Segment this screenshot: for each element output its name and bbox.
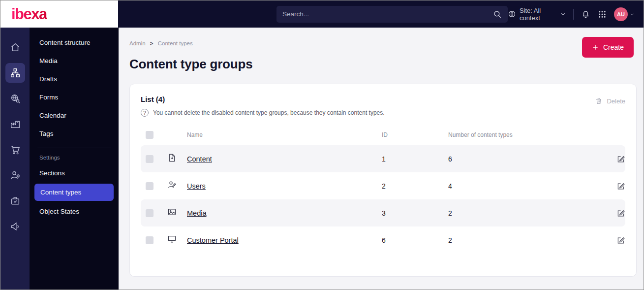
sidebar-item-content-types[interactable]: Content types bbox=[34, 184, 114, 201]
site-context-label: Site: All context bbox=[520, 7, 557, 22]
apps-grid-icon[interactable] bbox=[598, 10, 607, 19]
edit-icon[interactable] bbox=[616, 236, 625, 245]
group-count: 4 bbox=[448, 182, 616, 190]
card-header: List (4) ? You cannot delete the disable… bbox=[141, 95, 625, 117]
sidebar-item-tags[interactable]: Tags bbox=[30, 125, 119, 143]
avatar[interactable]: AU bbox=[614, 7, 628, 21]
user-menu[interactable]: AU bbox=[614, 7, 635, 21]
app-body: Content structure Media Drafts Forms Cal… bbox=[0, 28, 644, 290]
help-icon: ? bbox=[141, 109, 149, 117]
search-icon[interactable] bbox=[493, 10, 502, 19]
table-header-row: Name ID Number of content types bbox=[141, 125, 625, 145]
topbar-actions: Site: All context AU bbox=[508, 7, 635, 22]
group-id: 1 bbox=[382, 155, 448, 163]
breadcrumb-content-types: Content types bbox=[158, 40, 193, 46]
table-row: Users 2 4 bbox=[141, 172, 625, 199]
commerce-cart-icon[interactable] bbox=[5, 140, 25, 160]
primary-nav bbox=[0, 28, 30, 290]
product-catalog-icon[interactable] bbox=[5, 114, 25, 134]
main-content: Admin > Content types Create Content typ… bbox=[119, 28, 644, 290]
sidebar-item-object-states[interactable]: Object States bbox=[30, 202, 119, 221]
group-count: 6 bbox=[448, 155, 616, 163]
sidebar-item-calendar[interactable]: Calendar bbox=[30, 106, 119, 125]
image-icon bbox=[167, 207, 187, 219]
group-link[interactable]: Content bbox=[187, 155, 212, 163]
help-text: You cannot delete the disabled content t… bbox=[153, 109, 385, 116]
row-checkbox[interactable] bbox=[146, 182, 153, 190]
home-icon[interactable] bbox=[5, 37, 25, 57]
help-row: ? You cannot delete the disabled content… bbox=[141, 109, 385, 117]
sidebar-item-sections[interactable]: Sections bbox=[30, 164, 119, 182]
delete-button[interactable]: Delete bbox=[595, 97, 625, 105]
edit-icon[interactable] bbox=[616, 209, 625, 218]
sidebar-item-media[interactable]: Media bbox=[30, 52, 119, 70]
row-checkbox[interactable] bbox=[146, 155, 153, 163]
column-header-id: ID bbox=[382, 131, 448, 138]
ibexa-logo[interactable]: ibexa bbox=[11, 5, 47, 23]
plus-icon bbox=[592, 44, 599, 51]
column-header-count: Number of content types bbox=[448, 131, 616, 138]
notifications-bell-icon[interactable] bbox=[581, 9, 590, 19]
column-header-name: Name bbox=[187, 131, 382, 138]
chevron-down-icon bbox=[560, 11, 566, 17]
group-link[interactable]: Media bbox=[187, 209, 207, 217]
topbar: ibexa Site: All context bbox=[0, 0, 644, 28]
logo-area: ibexa bbox=[0, 0, 118, 28]
row-checkbox[interactable] bbox=[146, 209, 153, 217]
secondary-nav: Content structure Media Drafts Forms Cal… bbox=[30, 28, 119, 290]
site-context-dropdown[interactable]: Site: All context bbox=[508, 7, 566, 22]
edit-icon[interactable] bbox=[616, 182, 625, 191]
edit-icon[interactable] bbox=[616, 155, 625, 163]
user-edit-icon bbox=[167, 180, 187, 192]
search-globe-icon[interactable] bbox=[5, 89, 25, 108]
content-structure-icon[interactable] bbox=[5, 63, 25, 83]
table-row: Customer Portal 6 2 bbox=[141, 226, 625, 254]
breadcrumb-admin[interactable]: Admin bbox=[129, 40, 146, 46]
chevron-down-icon bbox=[630, 12, 635, 17]
group-link[interactable]: Users bbox=[187, 182, 206, 190]
list-count-title: List (4) bbox=[141, 95, 385, 103]
group-count: 2 bbox=[448, 209, 616, 217]
select-all-checkbox[interactable] bbox=[146, 131, 153, 139]
content-type-groups-card: List (4) ? You cannot delete the disable… bbox=[129, 84, 637, 277]
group-id: 6 bbox=[382, 236, 448, 244]
trash-icon bbox=[595, 97, 603, 105]
group-count: 2 bbox=[448, 236, 616, 244]
topbar-divider bbox=[573, 9, 574, 20]
menu-divider bbox=[37, 148, 111, 148]
sidebar-item-forms[interactable]: Forms bbox=[30, 88, 119, 106]
topbar-main: Site: All context AU bbox=[118, 0, 644, 28]
sidebar-item-drafts[interactable]: Drafts bbox=[30, 70, 119, 88]
personalization-icon[interactable] bbox=[5, 165, 25, 185]
app-window: ibexa Site: All context bbox=[0, 0, 644, 290]
group-id: 2 bbox=[382, 182, 448, 190]
create-button-label: Create bbox=[603, 43, 624, 51]
search-input[interactable] bbox=[282, 10, 493, 18]
content-type-groups-table: Name ID Number of content types Content … bbox=[141, 125, 625, 254]
table-row: Content 1 6 bbox=[141, 145, 625, 172]
globe-icon bbox=[508, 10, 516, 18]
row-checkbox[interactable] bbox=[146, 236, 153, 244]
group-link[interactable]: Customer Portal bbox=[187, 236, 239, 244]
create-button[interactable]: Create bbox=[582, 37, 634, 58]
admin-checklist-icon[interactable] bbox=[5, 191, 25, 211]
delete-button-label: Delete bbox=[607, 97, 625, 105]
file-icon bbox=[167, 153, 187, 164]
marketing-megaphone-icon[interactable] bbox=[5, 217, 25, 236]
breadcrumb-separator: > bbox=[150, 40, 153, 46]
breadcrumb: Admin > Content types bbox=[129, 40, 637, 46]
table-row: Media 3 2 bbox=[141, 199, 625, 226]
global-search[interactable] bbox=[276, 6, 508, 23]
group-id: 3 bbox=[382, 209, 448, 217]
settings-heading: Settings bbox=[30, 152, 119, 164]
monitor-icon bbox=[167, 234, 187, 246]
sidebar-item-content-structure[interactable]: Content structure bbox=[30, 33, 119, 52]
page-title: Content type groups bbox=[129, 57, 637, 72]
